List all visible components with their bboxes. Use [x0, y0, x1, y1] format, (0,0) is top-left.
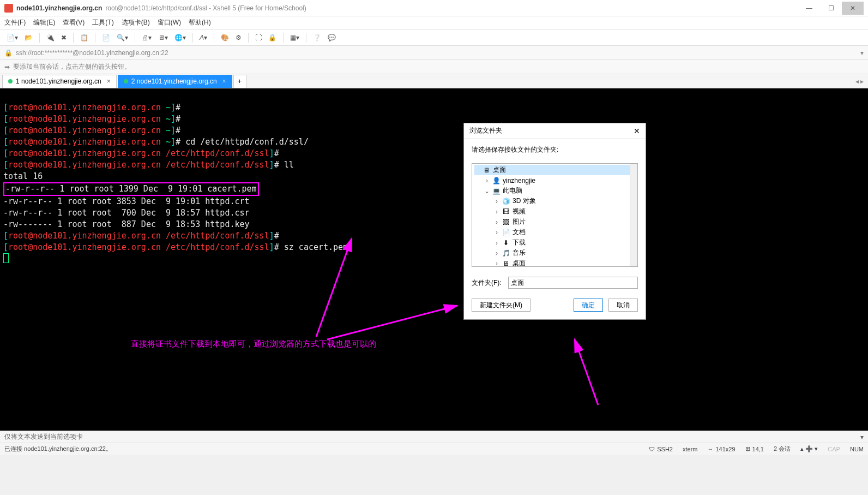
annotation-arrow-icon [0, 88, 791, 427]
status-num: NUM [850, 446, 864, 452]
tree-scrollbar[interactable] [630, 164, 637, 266]
titlebar: node101.yinzhengjie.org.cn root@node101:… [0, 0, 868, 16]
status-cap: CAP [828, 446, 840, 452]
status-connection: 已连接 node101.yinzhengjie.org.cn:22。 [4, 445, 112, 453]
ok-button[interactable]: 确定 [574, 299, 603, 312]
font-icon[interactable]: A▾ [197, 33, 209, 43]
tab-2-close-icon[interactable]: × [222, 77, 226, 85]
status-bar: 已连接 node101.yinzhengjie.org.cn:22。 🛡SSH2… [0, 443, 868, 455]
svg-line-0 [316, 238, 352, 337]
status-dot-icon [8, 79, 13, 84]
position-icon: ⊞ [745, 445, 750, 452]
new-icon[interactable]: 📄▾ [4, 33, 20, 43]
new-folder-button[interactable]: 新建文件夹(M) [472, 299, 531, 312]
window-controls: — ☐ ✕ [798, 2, 864, 15]
tab-2-label: 2 node101.yinzhengjie.org.cn [131, 77, 217, 85]
menu-file[interactable]: 文件(F) [4, 18, 26, 27]
status-ssh: 🛡SSH2 [649, 446, 673, 452]
menu-help[interactable]: 帮助(H) [189, 18, 211, 27]
menu-edit[interactable]: 编辑(E) [33, 18, 55, 27]
status-sessions: 2 会话 [774, 445, 791, 453]
tree-item[interactable]: ›🖼图片 [474, 217, 635, 227]
open-icon[interactable]: 📂 [22, 33, 35, 43]
browse-folder-dialog: 浏览文件夹 ✕ 请选择保存接收文件的文件夹: 🖥桌面›👤yinzhengjie⌄… [463, 123, 646, 320]
tree-item[interactable]: ›👤yinzhengjie [474, 175, 635, 186]
dialog-title: 浏览文件夹 [469, 126, 502, 135]
disconnect-icon[interactable]: ✖ [59, 33, 69, 43]
tab-1[interactable]: 1 node101.yinzhengjie.org.cn × [2, 75, 117, 88]
dialog-message: 请选择保存接收文件的文件夹: [472, 145, 638, 154]
tab-nav-arrows[interactable]: ◂ ▸ [855, 77, 868, 85]
copy-icon[interactable]: 📋 [78, 33, 91, 43]
close-button[interactable]: ✕ [842, 2, 864, 15]
status-pos: ⊞14,1 [745, 445, 764, 452]
add-session-icon[interactable]: ➡ [4, 63, 10, 71]
tab-2[interactable]: 2 node101.yinzhengjie.org.cn × [118, 75, 232, 88]
send-target-dropdown-icon[interactable]: ▾ [860, 433, 864, 441]
tree-item[interactable]: ›🖥桌面 [474, 258, 635, 267]
hint-bar: ➡ 要添加当前会话，点击左侧的箭头按钮。 [0, 60, 868, 74]
dialog-close-icon[interactable]: ✕ [634, 127, 640, 135]
folder-tree[interactable]: 🖥桌面›👤yinzhengjie⌄💻此电脑›🧊3D 对象›🎞视频›🖼图片›📄文档… [472, 163, 638, 267]
hint-text: 要添加当前会话，点击左侧的箭头按钮。 [13, 62, 131, 71]
address-dropdown-icon[interactable]: ▾ [860, 49, 864, 57]
tab-1-label: 1 node101.yinzhengjie.org.cn [16, 77, 101, 85]
status-more-icon[interactable]: ▴ ➕ ▾ [800, 445, 818, 452]
fullscreen-icon[interactable]: ⛶ [253, 33, 264, 43]
status-dot-icon [124, 79, 128, 84]
color-icon[interactable]: 🎨 [219, 33, 231, 43]
send-input-hint: 仅将文本发送到当前选项卡 [4, 432, 83, 442]
tree-item[interactable]: ⌄💻此电脑 [474, 186, 635, 196]
connect-icon[interactable]: 🔌 [44, 33, 57, 43]
menu-tab[interactable]: 选项卡(B) [122, 18, 150, 27]
tab-add[interactable]: + [233, 75, 246, 88]
title-suffix: root@node101:/etc/httpd/conf.d/ssl - Xsh… [105, 4, 306, 12]
terminal[interactable]: [root@node101.yinzhengjie.org.cn ~]# [ro… [0, 88, 868, 431]
tree-item[interactable]: 🖥桌面 [474, 165, 635, 175]
address-text[interactable]: ssh://root:***********@node101.yinzhengj… [16, 49, 168, 57]
paste-icon[interactable]: 📄 [100, 33, 112, 43]
shield-icon: 🛡 [649, 446, 655, 452]
menu-view[interactable]: 查看(V) [63, 18, 85, 27]
status-term: xterm [683, 446, 698, 452]
minimize-button[interactable]: — [798, 2, 820, 15]
chat-icon[interactable]: 💬 [326, 33, 338, 43]
lock-icon[interactable]: 🔒 [266, 33, 279, 43]
gear-icon[interactable]: ⚙ [233, 33, 244, 43]
folder-field-label: 文件夹(F): [472, 278, 502, 288]
app-icon [4, 4, 13, 13]
toolbar: 📄▾ 📂 🔌 ✖ 📋 📄 🔍▾ 🖨▾ 🖥▾ 🌐▾ A▾ 🎨 ⚙ ⛶ 🔒 ▦▾ ❔… [0, 29, 868, 46]
title-host: node101.yinzhengjie.org.cn [16, 4, 102, 12]
tree-item[interactable]: ›🎞视频 [474, 206, 635, 217]
menu-window[interactable]: 窗口(W) [158, 18, 181, 27]
tab-bar: 1 node101.yinzhengjie.org.cn × 2 node101… [0, 74, 868, 88]
address-bar: 🔒 ssh://root:***********@node101.yinzhen… [0, 46, 868, 60]
tab-1-close-icon[interactable]: × [107, 77, 111, 85]
folder-input[interactable] [508, 277, 638, 289]
ssh-lock-icon: 🔒 [4, 49, 13, 57]
help-icon[interactable]: ❔ [311, 33, 323, 43]
send-input-bar[interactable]: 仅将文本发送到当前选项卡 ▾ [0, 431, 868, 443]
tree-item[interactable]: ›⬇下载 [474, 237, 635, 248]
maximize-button[interactable]: ☐ [820, 2, 842, 15]
menu-tools[interactable]: 工具(T) [92, 18, 113, 27]
tree-item[interactable]: ›🧊3D 对象 [474, 196, 635, 206]
transfer-icon[interactable]: 🖥▾ [156, 33, 170, 43]
menubar: 文件(F) 编辑(E) 查看(V) 工具(T) 选项卡(B) 窗口(W) 帮助(… [0, 16, 868, 29]
tree-item[interactable]: ›📄文档 [474, 227, 635, 237]
print-icon[interactable]: 🖨▾ [140, 33, 154, 43]
globe-icon[interactable]: 🌐▾ [172, 33, 188, 43]
status-size: ↔141x29 [707, 446, 735, 452]
search-icon[interactable]: 🔍▾ [114, 33, 130, 43]
svg-line-1 [327, 306, 457, 339]
svg-line-2 [575, 339, 598, 405]
tree-item[interactable]: ›🎵音乐 [474, 248, 635, 258]
dialog-titlebar: 浏览文件夹 ✕ [464, 123, 646, 139]
cancel-button[interactable]: 取消 [608, 299, 638, 312]
cascade-icon[interactable]: ▦▾ [288, 33, 302, 43]
resize-icon: ↔ [707, 446, 713, 452]
